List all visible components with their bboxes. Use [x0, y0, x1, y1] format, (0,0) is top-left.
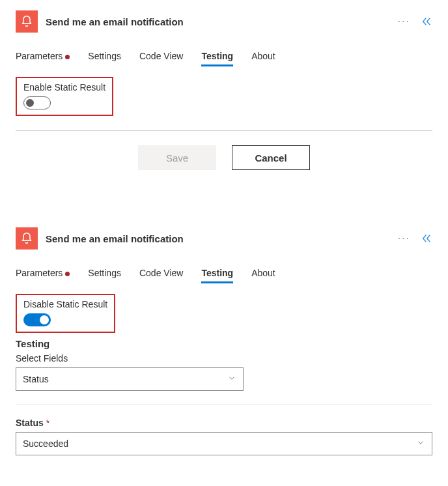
more-icon[interactable]: ···	[398, 233, 410, 244]
divider	[16, 404, 432, 405]
tab-settings[interactable]: Settings	[88, 268, 121, 282]
static-result-toggle[interactable]	[23, 313, 51, 326]
static-result-toggle[interactable]	[23, 96, 51, 109]
panel-header: Send me an email notification ···	[16, 227, 432, 250]
select-fields-dropdown[interactable]: Status	[16, 367, 244, 391]
highlight-annotation: Enable Static Result	[16, 77, 113, 116]
status-dropdown[interactable]: Succeeded	[16, 432, 432, 455]
tab-about[interactable]: About	[251, 51, 275, 65]
tabs: Parameters Settings Code View Testing Ab…	[16, 268, 432, 282]
select-fields-value: Status	[23, 374, 49, 384]
bell-icon	[16, 10, 38, 33]
chevron-down-icon	[416, 438, 425, 450]
tab-testing[interactable]: Testing	[201, 51, 233, 65]
save-button[interactable]: Save	[138, 145, 216, 170]
toggle-label: Enable Static Result	[23, 82, 105, 93]
collapse-icon[interactable]	[421, 233, 432, 244]
button-row: Save Cancel	[16, 145, 432, 170]
dirty-indicator-icon	[65, 55, 70, 59]
cancel-button[interactable]: Cancel	[232, 145, 310, 170]
header-actions: ···	[398, 16, 432, 27]
panel-header: Send me an email notification ···	[16, 10, 432, 33]
highlight-annotation: Disable Static Result	[16, 294, 115, 333]
divider	[16, 130, 432, 131]
header-actions: ···	[398, 233, 432, 244]
testing-heading: Testing	[16, 338, 432, 349]
panel-static-result-off: Send me an email notification ··· Parame…	[0, 0, 448, 191]
toggle-label: Disable Static Result	[23, 299, 107, 309]
status-label: Status *	[16, 418, 432, 428]
dirty-indicator-icon	[65, 272, 70, 276]
tab-parameters[interactable]: Parameters	[16, 51, 70, 65]
tab-parameters[interactable]: Parameters	[16, 268, 70, 282]
bell-icon	[16, 227, 38, 250]
status-value: Succeeded	[23, 438, 68, 449]
tab-code-view[interactable]: Code View	[139, 268, 183, 282]
chevron-down-icon	[227, 374, 236, 385]
panel-static-result-on: Send me an email notification ··· Parame…	[0, 217, 448, 461]
tabs: Parameters Settings Code View Testing Ab…	[16, 51, 432, 65]
tab-code-view[interactable]: Code View	[139, 51, 183, 65]
tab-testing[interactable]: Testing	[201, 268, 233, 282]
tab-about[interactable]: About	[251, 268, 275, 282]
select-fields-label: Select Fields	[16, 353, 432, 364]
panel-title: Send me an email notification	[46, 233, 390, 244]
required-indicator: *	[46, 418, 49, 428]
more-icon[interactable]: ···	[398, 16, 410, 27]
tab-settings[interactable]: Settings	[88, 51, 121, 65]
collapse-icon[interactable]	[421, 16, 432, 27]
panel-title: Send me an email notification	[46, 16, 390, 27]
